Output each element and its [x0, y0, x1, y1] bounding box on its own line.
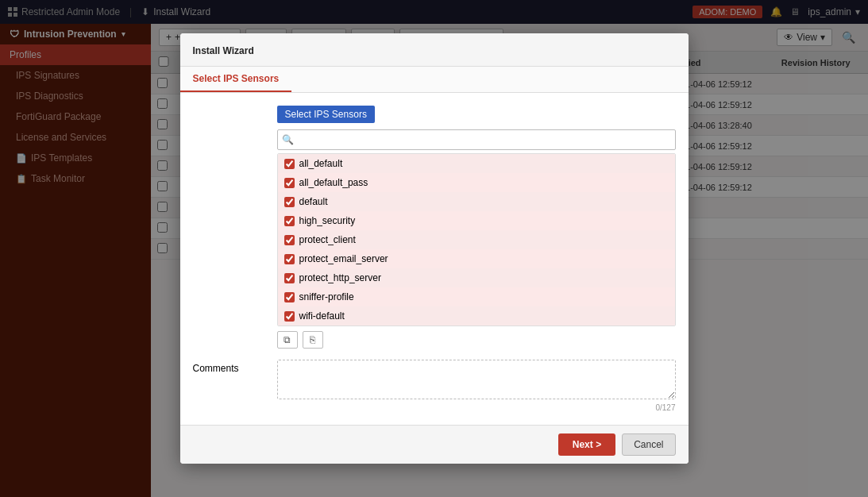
sensor-label: all_default_pass — [299, 177, 368, 188]
sensor-checkbox[interactable] — [284, 254, 295, 264]
comments-row: Comments 0/127 — [193, 360, 676, 412]
sensor-label: wifi-default — [299, 310, 345, 322]
sensor-label: protect_client — [299, 234, 356, 245]
modal-right-content: Select IPS Sensors 🔍 all_default all_def… — [277, 106, 676, 349]
comments-label-area: Comments — [193, 360, 264, 412]
sensor-item[interactable]: sniffer-profile — [278, 287, 675, 306]
sensor-checkbox[interactable] — [284, 159, 295, 169]
paste-icon: ⎘ — [310, 334, 315, 345]
modal-header: Install Wizard — [180, 33, 689, 67]
comments-counter: 0/127 — [277, 403, 676, 412]
sensor-label: sniffer-profile — [299, 291, 354, 302]
sensor-checkbox[interactable] — [284, 292, 295, 302]
sensor-item[interactable]: all_default — [278, 154, 675, 173]
next-button[interactable]: Next > — [558, 433, 615, 456]
tab-select-ips-sensors[interactable]: Select IPS Sensors — [180, 67, 292, 92]
sensor-checkbox[interactable] — [284, 311, 295, 322]
select-ips-sensors-badge: Select IPS Sensors — [277, 106, 375, 123]
modal-overlay: Install Wizard Select IPS Sensors Select… — [0, 0, 868, 497]
sensor-list: all_default all_default_pass default hig… — [277, 153, 676, 326]
copy-sensor-button[interactable]: ⧉ — [277, 331, 298, 349]
sensor-actions: ⧉ ⎘ — [277, 331, 676, 349]
sensor-search-icon: 🔍 — [282, 134, 294, 145]
comments-label: Comments — [193, 363, 239, 374]
copy-icon: ⧉ — [284, 334, 291, 345]
sensor-checkbox[interactable] — [284, 178, 295, 188]
install-wizard-modal: Install Wizard Select IPS Sensors Select… — [180, 33, 689, 464]
sensor-item[interactable]: protect_http_server — [278, 268, 675, 287]
modal-tabs: Select IPS Sensors — [180, 67, 689, 93]
sensor-checkbox[interactable] — [284, 216, 295, 226]
sensor-label: protect_http_server — [299, 272, 381, 283]
sensor-item[interactable]: wifi-default — [278, 306, 675, 326]
sensor-checkbox[interactable] — [284, 197, 295, 207]
cancel-button[interactable]: Cancel — [622, 433, 675, 456]
modal-title: Install Wizard — [193, 45, 254, 56]
sensor-search-wrapper: 🔍 — [277, 129, 676, 150]
modal-content-row: Select IPS Sensors 🔍 all_default all_def… — [193, 106, 676, 349]
sensor-search-input[interactable] — [277, 129, 676, 150]
modal-body: Select IPS Sensors 🔍 all_default all_def… — [180, 93, 689, 425]
modal-footer: Next > Cancel — [180, 425, 689, 464]
sensor-checkbox[interactable] — [284, 235, 295, 245]
sensor-checkbox[interactable] — [284, 273, 295, 283]
sensor-item[interactable]: all_default_pass — [278, 173, 675, 192]
comments-textarea[interactable] — [277, 360, 676, 399]
comments-input-area: 0/127 — [277, 360, 676, 412]
modal-left-label-area — [193, 106, 264, 349]
sensor-label: high_security — [299, 215, 356, 226]
sensor-item[interactable]: default — [278, 192, 675, 211]
sensor-label: default — [299, 196, 328, 207]
sensor-item[interactable]: high_security — [278, 211, 675, 230]
sensor-label: all_default — [299, 158, 343, 169]
sensor-item[interactable]: protect_client — [278, 230, 675, 249]
comments-section: Comments 0/127 — [193, 360, 676, 412]
paste-sensor-button[interactable]: ⎘ — [303, 331, 323, 349]
sensor-label: protect_email_server — [299, 253, 388, 264]
sensor-item[interactable]: protect_email_server — [278, 249, 675, 268]
